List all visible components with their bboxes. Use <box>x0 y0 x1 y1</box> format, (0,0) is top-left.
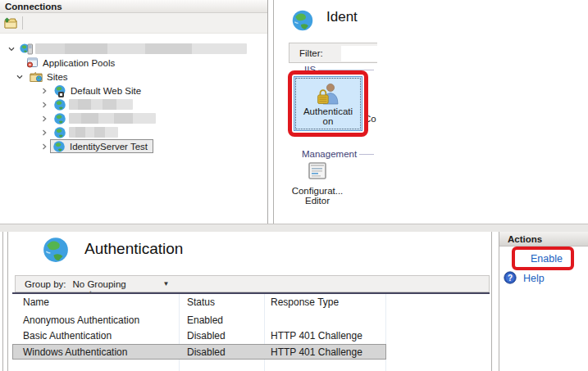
page-right-border <box>491 232 492 371</box>
site-globe-icon-large <box>42 236 70 264</box>
sort-ascending-icon: ˄ <box>89 289 93 296</box>
chevron-down-icon: ▼ <box>163 280 170 287</box>
next-tile-label-partial: Co <box>364 114 376 124</box>
redacted-site-name <box>69 113 156 124</box>
iis-manager-screenshot: Connections <box>0 0 588 371</box>
server-icon <box>19 43 33 56</box>
tree-item-label: Default Web Site <box>69 86 143 96</box>
column-header-name[interactable]: Name <box>23 296 49 308</box>
tile-label-line1: Authenticati <box>303 106 353 116</box>
chevron-down-icon[interactable] <box>15 72 24 81</box>
site-globe-icon-large <box>291 9 314 32</box>
tree-item-sites[interactable]: Sites <box>15 70 70 84</box>
cell-status: Disabled <box>187 330 226 342</box>
chevron-right-icon[interactable] <box>39 128 48 137</box>
page-title: Authentication <box>84 240 183 258</box>
table-row[interactable]: Basic Authentication <box>23 330 112 342</box>
tree-item-redacted-site[interactable] <box>39 125 118 139</box>
table-row-selected[interactable]: Windows Authentication <box>23 346 127 358</box>
redacted-site-name <box>69 127 118 138</box>
group-by-label: Group by: <box>25 279 66 289</box>
group-by-toolbar: Group by: No Grouping ▼ <box>15 275 490 292</box>
enable-action-link[interactable]: Enable <box>531 253 563 265</box>
tile-label-line2: Editor <box>305 196 330 206</box>
actions-panel-title: Actions <box>499 232 588 247</box>
filter-label: Filter: <box>299 48 323 58</box>
filter-bar: Filter: <box>289 43 377 63</box>
chevron-right-icon[interactable] <box>39 114 48 123</box>
application-pools-icon <box>25 57 39 70</box>
site-globe-icon <box>52 112 66 125</box>
connections-panel: Connections <box>0 0 268 224</box>
cell-response: HTTP 401 Challenge <box>271 330 362 342</box>
management-section-header: Management <box>302 149 357 159</box>
tree-item-label: IdentityServer Test <box>68 142 149 152</box>
chevron-right-icon[interactable] <box>39 142 48 151</box>
section-rule <box>359 154 374 155</box>
svg-text:?: ? <box>508 274 513 283</box>
group-by-value: No Grouping <box>73 279 126 289</box>
authentication-user-lock-icon <box>316 82 340 106</box>
tree-item-application-pools[interactable]: Application Pools <box>25 56 116 70</box>
page-left-border <box>2 232 3 371</box>
table-header-top-border <box>12 292 490 294</box>
column-header-response-type[interactable]: Response Type <box>271 296 339 308</box>
site-globe-icon <box>52 140 66 153</box>
site-globe-icon <box>52 126 66 139</box>
tree-item-server[interactable] <box>7 42 247 56</box>
connections-toolbar <box>0 13 267 34</box>
stopped-site-globe-icon <box>52 84 66 97</box>
tree-item-identityserver-test[interactable]: IdentityServer Test <box>39 139 153 153</box>
chevron-right-icon[interactable] <box>39 86 48 95</box>
sites-folder-icon <box>29 70 43 84</box>
feature-view-title-partial: Ident <box>326 9 358 25</box>
filter-input[interactable] <box>341 46 377 61</box>
tree-item-default-web-site[interactable]: Default Web Site <box>39 84 143 97</box>
connections-panel-title: Connections <box>0 0 267 13</box>
tree-item-redacted-site[interactable] <box>39 97 133 111</box>
page-left-border-inner <box>7 232 8 371</box>
column-header-status[interactable]: Status <box>187 296 215 308</box>
toolbar-separator <box>22 16 23 29</box>
tile-label-line2: on <box>323 116 334 126</box>
chevron-down-icon[interactable] <box>7 44 16 53</box>
tree-item-redacted-site[interactable] <box>39 111 156 125</box>
section-rule <box>318 70 374 70</box>
table-row[interactable]: Anonymous Authentication <box>23 314 139 326</box>
group-by-dropdown[interactable]: No Grouping ▼ <box>73 279 170 289</box>
configuration-editor-tile[interactable]: Configurat... Editor <box>289 161 346 206</box>
site-globe-icon <box>52 98 66 111</box>
selected-tree-node[interactable]: IdentityServer Test <box>50 139 153 153</box>
cell-status: Disabled <box>187 346 226 358</box>
configuration-editor-icon <box>307 161 328 181</box>
chevron-right-icon[interactable] <box>39 100 48 109</box>
tile-label-line1: Configurat... <box>292 186 344 196</box>
cell-response: HTTP 401 Challenge <box>271 346 362 358</box>
feature-view-panel: Ident Filter: IIS Authenticati on <box>274 0 588 224</box>
authentication-feature-tile[interactable]: Authenticati on <box>294 76 362 131</box>
tree-item-label: Application Pools <box>41 58 116 68</box>
redacted-site-name <box>69 99 133 110</box>
screenshot-divider-band <box>0 224 588 232</box>
help-icon[interactable]: ? <box>504 271 517 284</box>
cell-status: Enabled <box>187 314 223 326</box>
redacted-server-name <box>35 43 247 54</box>
help-action-link[interactable]: Help <box>523 273 545 284</box>
create-connection-icon[interactable] <box>2 15 19 31</box>
actions-panel: Actions Enable ? Help <box>499 232 588 371</box>
iis-section-header: IIS <box>304 65 316 75</box>
tree-item-label: Sites <box>45 72 70 82</box>
